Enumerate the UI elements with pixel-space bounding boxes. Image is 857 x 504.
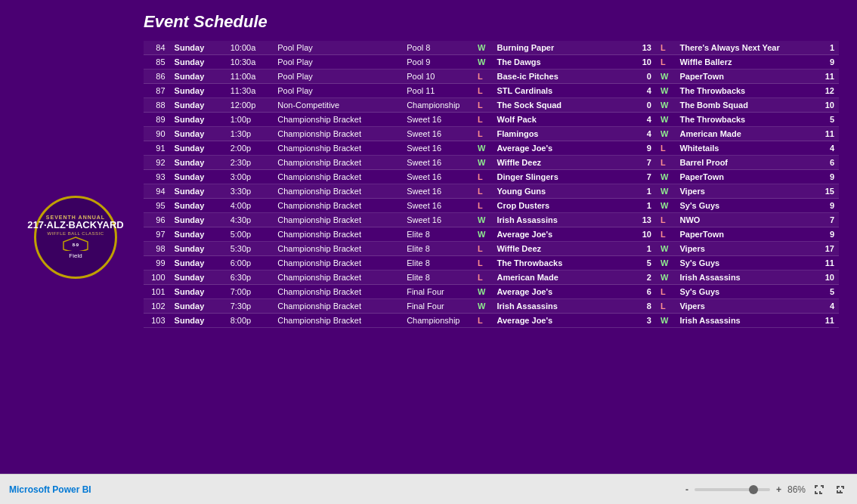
row-type: Championship Bracket (273, 256, 402, 271)
row-score2: 9 (813, 55, 839, 70)
expand-icon[interactable] (833, 482, 848, 497)
row-wl1: L (473, 70, 493, 84)
row-bracket: Final Four (402, 299, 473, 314)
svg-text:8·9: 8·9 (73, 243, 79, 247)
row-team1: American Made (492, 271, 630, 285)
row-team2: The Throwbacks (675, 113, 812, 127)
row-wl1: L (473, 98, 493, 113)
row-wl2: W (656, 70, 676, 84)
row-time: 5:30p (226, 242, 274, 256)
row-bracket: Sweet 16 (402, 213, 473, 227)
zoom-minus[interactable]: - (685, 484, 688, 495)
row-wl1: L (473, 113, 493, 127)
row-team2: Barrel Proof (675, 156, 812, 170)
row-bracket: Championship (402, 314, 473, 328)
row-bracket: Elite 8 (402, 227, 473, 242)
row-bracket: Final Four (402, 285, 473, 299)
row-num: 99 (144, 256, 170, 271)
row-day: Sunday (170, 170, 226, 184)
row-type: Championship Bracket (273, 199, 402, 213)
row-team2: Sy's Guys (675, 256, 812, 271)
row-num: 88 (144, 98, 170, 113)
row-wl2: W (656, 184, 676, 199)
row-num: 91 (144, 141, 170, 156)
row-num: 102 (144, 299, 170, 314)
row-wl1: W (473, 299, 493, 314)
row-score2: 5 (813, 285, 839, 299)
table-row: 96 Sunday 4:30p Championship Bracket Swe… (144, 213, 839, 227)
row-num: 85 (144, 55, 170, 70)
table-row: 103 Sunday 8:00p Championship Bracket Ch… (144, 314, 839, 328)
logo-main: 217·ALZ·BACKYARD (27, 220, 123, 230)
row-wl1: W (473, 55, 493, 70)
row-wl1: L (473, 256, 493, 271)
row-num: 89 (144, 113, 170, 127)
row-score1: 13 (630, 213, 656, 227)
row-day: Sunday (170, 113, 226, 127)
row-team2: Vipers (675, 184, 812, 199)
row-wl2: L (656, 141, 676, 156)
zoom-plus[interactable]: + (776, 484, 781, 495)
row-team1: Wiffle Deez (492, 156, 630, 170)
row-team1: Dinger Slingers (492, 170, 630, 184)
row-day: Sunday (170, 98, 226, 113)
row-score2: 11 (813, 70, 839, 84)
powerbi-link[interactable]: Microsoft Power BI (9, 484, 91, 495)
table-row: 87 Sunday 11:30a Pool Play Pool 11 L STL… (144, 84, 839, 98)
row-wl1: L (473, 127, 493, 141)
row-wl2: W (656, 314, 676, 328)
row-team2: Vipers (675, 299, 812, 314)
row-wl1: W (473, 156, 493, 170)
row-num: 92 (144, 156, 170, 170)
zoom-control: - + 86% (685, 482, 848, 497)
row-type: Pool Play (273, 55, 402, 70)
row-time: 3:30p (226, 184, 274, 199)
table-row: 89 Sunday 1:00p Championship Bracket Swe… (144, 113, 839, 127)
row-wl2: W (656, 199, 676, 213)
row-wl2: L (656, 285, 676, 299)
row-score1: 1 (630, 184, 656, 199)
row-num: 98 (144, 242, 170, 256)
row-team1: Average Joe's (492, 314, 630, 328)
row-type: Championship Bracket (273, 213, 402, 227)
row-score1: 7 (630, 156, 656, 170)
row-bracket: Sweet 16 (402, 184, 473, 199)
schedule-table: 84 Sunday 10:00a Pool Play Pool 8 W Burn… (144, 41, 839, 328)
row-time: 6:30p (226, 271, 274, 285)
row-bracket: Championship (402, 98, 473, 113)
row-num: 94 (144, 184, 170, 199)
row-bracket: Sweet 16 (402, 113, 473, 127)
row-wl2: L (656, 41, 676, 55)
table-row: 97 Sunday 5:00p Championship Bracket Eli… (144, 227, 839, 242)
table-row: 95 Sunday 4:00p Championship Bracket Swe… (144, 199, 839, 213)
row-team2: Sy's Guys (675, 199, 812, 213)
row-time: 4:30p (226, 213, 274, 227)
row-wl1: W (473, 41, 493, 55)
table-row: 93 Sunday 3:00p Championship Bracket Swe… (144, 170, 839, 184)
row-day: Sunday (170, 127, 226, 141)
main-content: SEVENTH ANNUAL 217·ALZ·BACKYARD WIFFLE B… (0, 0, 857, 474)
fullscreen-icon[interactable] (812, 482, 827, 497)
row-wl2: L (656, 227, 676, 242)
row-score1: 2 (630, 271, 656, 285)
row-type: Championship Bracket (273, 242, 402, 256)
table-row: 91 Sunday 2:00p Championship Bracket Swe… (144, 141, 839, 156)
row-bracket: Elite 8 (402, 256, 473, 271)
row-wl2: W (656, 170, 676, 184)
row-team1: The Sock Squad (492, 98, 630, 113)
row-score1: 0 (630, 98, 656, 113)
row-bracket: Pool 8 (402, 41, 473, 55)
logo-badge: Field (69, 252, 82, 259)
row-bracket: Elite 8 (402, 271, 473, 285)
row-team2: Vipers (675, 242, 812, 256)
zoom-slider[interactable] (695, 488, 770, 491)
row-score2: 11 (813, 256, 839, 271)
row-team2: PaperTown (675, 227, 812, 242)
row-score2: 9 (813, 170, 839, 184)
row-wl2: L (656, 213, 676, 227)
row-score2: 11 (813, 127, 839, 141)
row-num: 84 (144, 41, 170, 55)
row-wl1: W (473, 141, 493, 156)
row-team2: American Made (675, 127, 812, 141)
row-wl1: L (473, 84, 493, 98)
